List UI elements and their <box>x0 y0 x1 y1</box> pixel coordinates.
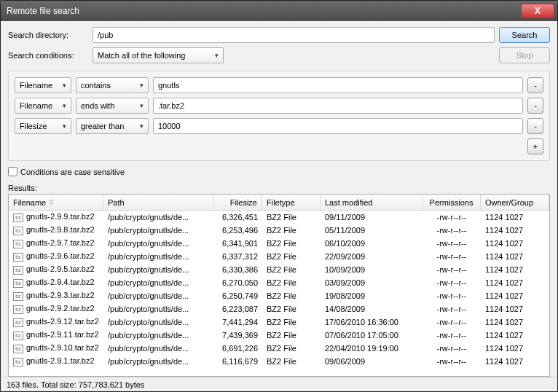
table-row[interactable]: bzgnutls-2.9.2.tar.bz2/pub/crypto/gnutls… <box>9 302 549 315</box>
case-sensitive-label: Conditions are case sensitive <box>20 168 125 176</box>
condition-value-input[interactable] <box>153 77 523 93</box>
cell-filesize: 6,116,679 <box>214 356 262 366</box>
cell-filetype: BZ2 File <box>262 304 321 314</box>
cell-owner-group: 1124 1027 <box>481 356 549 366</box>
remove-condition-button[interactable]: - <box>527 98 543 114</box>
cell-path: /pub/crypto/gnutls/de... <box>103 304 214 314</box>
cell-last-modified: 09/06/2009 <box>321 356 423 366</box>
conditions-row: Search conditions: Match all of the foll… <box>8 47 550 63</box>
cell-path: /pub/crypto/gnutls/de... <box>103 291 214 301</box>
condition-value-input[interactable] <box>153 98 523 114</box>
cell-permissions: -rw-r--r-- <box>423 317 481 327</box>
table-row[interactable]: bzgnutls-2.9.8.tar.bz2/pub/crypto/gnutls… <box>9 224 549 237</box>
col-last-modified[interactable]: Last modified <box>321 195 423 210</box>
results-label: Results: <box>8 184 550 192</box>
cell-filename: bzgnutls-2.9.8.tar.bz2 <box>9 224 103 236</box>
table-row[interactable]: bzgnutls-2.9.7.tar.bz2/pub/crypto/gnutls… <box>9 237 549 250</box>
remove-condition-button[interactable]: - <box>527 118 543 134</box>
cell-owner-group: 1124 1027 <box>481 330 549 340</box>
cell-owner-group: 1124 1027 <box>481 291 549 301</box>
close-button[interactable]: X <box>521 4 554 18</box>
file-icon: bz <box>13 213 23 222</box>
directory-row: Search directory: Search <box>8 27 550 43</box>
cell-filesize: 6,270,050 <box>214 278 262 288</box>
file-icon: bz <box>13 279 23 288</box>
cell-permissions: -rw-r--r-- <box>423 330 481 340</box>
add-condition-button[interactable]: + <box>527 138 543 154</box>
cell-filetype: BZ2 File <box>262 330 321 340</box>
cell-last-modified: 03/09/2009 <box>321 278 423 288</box>
file-icon: bz <box>13 318 23 327</box>
col-owner-group[interactable]: Owner/Group <box>481 195 549 210</box>
condition-row: Filenameends with- <box>15 98 543 114</box>
cell-permissions: -rw-r--r-- <box>423 304 481 314</box>
condition-op-dropdown[interactable]: greater than <box>76 118 149 134</box>
table-row[interactable]: bzgnutls-2.9.5.tar.bz2/pub/crypto/gnutls… <box>9 263 549 276</box>
stop-button[interactable]: Stop <box>499 47 550 63</box>
condition-field-dropdown[interactable]: Filesize <box>15 118 71 134</box>
cell-permissions: -rw-r--r-- <box>423 238 481 248</box>
cell-permissions: -rw-r--r-- <box>423 264 481 275</box>
table-row[interactable]: bzgnutls-2.9.6.tar.bz2/pub/crypto/gnutls… <box>9 250 549 263</box>
table-row[interactable]: bzgnutls-2.9.1.tar.bz2/pub/crypto/gnutls… <box>9 355 549 368</box>
match-mode-dropdown[interactable]: Match all of the following <box>93 47 224 63</box>
condition-field-dropdown[interactable]: Filename <box>15 98 71 114</box>
cell-filetype: BZ2 File <box>262 356 321 366</box>
col-permissions[interactable]: Permissions <box>423 195 481 210</box>
condition-op-dropdown[interactable]: contains <box>76 77 149 93</box>
cell-filesize: 6,691,226 <box>214 343 262 353</box>
condition-field-dropdown[interactable]: Filename <box>15 77 71 93</box>
cell-last-modified: 09/11/2009 <box>321 212 423 222</box>
col-filesize[interactable]: Filesize <box>214 195 262 210</box>
cell-last-modified: 22/04/2010 19:19:00 <box>321 343 423 353</box>
cell-last-modified: 14/08/2009 <box>321 304 423 314</box>
table-row[interactable]: bzgnutls-2.9.10.tar.bz2/pub/crypto/gnutl… <box>9 342 549 355</box>
grid-body[interactable]: bzgnutls-2.9.9.tar.bz2/pub/crypto/gnutls… <box>9 211 549 376</box>
cell-filesize: 6,341,901 <box>214 238 262 248</box>
search-directory-input[interactable] <box>93 27 495 43</box>
search-button[interactable]: Search <box>499 27 550 43</box>
cell-filesize: 6,250,749 <box>214 291 262 301</box>
table-row[interactable]: bzgnutls-2.9.12.tar.bz2/pub/crypto/gnutl… <box>9 315 549 329</box>
cell-owner-group: 1124 1027 <box>481 251 549 262</box>
table-row[interactable]: bzgnutls-2.9.11.tar.bz2/pub/crypto/gnutl… <box>9 329 549 342</box>
condition-row: Filenamecontains- <box>15 77 543 93</box>
cell-filename: bzgnutls-2.9.2.tar.bz2 <box>9 303 103 315</box>
cell-filesize: 7,439,369 <box>214 330 262 340</box>
dialog-body: Search directory: Search Search conditio… <box>1 21 557 377</box>
cell-owner-group: 1124 1027 <box>481 278 549 288</box>
case-sensitive-checkbox[interactable] <box>8 167 17 176</box>
cell-last-modified: 10/09/2009 <box>321 264 423 275</box>
cell-filetype: BZ2 File <box>262 291 321 301</box>
cell-filetype: BZ2 File <box>262 343 321 353</box>
col-filetype[interactable]: Filetype <box>262 195 321 210</box>
cell-filename: bzgnutls-2.9.4.tar.bz2 <box>9 277 103 289</box>
col-filename[interactable]: Filename▽ <box>9 195 103 210</box>
remove-condition-button[interactable]: - <box>527 77 543 93</box>
conditions-box: Filenamecontains-Filenameends with-Files… <box>8 71 550 161</box>
cell-filesize: 6,326,451 <box>214 212 262 222</box>
table-row[interactable]: bzgnutls-2.9.3.tar.bz2/pub/crypto/gnutls… <box>9 289 549 302</box>
window-title: Remote file search <box>7 6 521 16</box>
cell-filename: bzgnutls-2.9.1.tar.bz2 <box>9 356 103 367</box>
col-path[interactable]: Path <box>103 195 214 210</box>
file-icon: bz <box>13 227 23 235</box>
table-row[interactable]: bzgnutls-2.9.4.tar.bz2/pub/crypto/gnutls… <box>9 276 549 289</box>
cell-last-modified: 17/06/2010 16:36:00 <box>321 317 423 327</box>
cell-filename: bzgnutls-2.9.6.tar.bz2 <box>9 251 103 262</box>
titlebar[interactable]: Remote file search X <box>1 1 557 21</box>
condition-value-input[interactable] <box>153 118 523 134</box>
file-icon: bz <box>13 240 23 248</box>
cell-filename: bzgnutls-2.9.5.tar.bz2 <box>9 264 103 275</box>
table-row[interactable]: bzgnutls-2.9.9.tar.bz2/pub/crypto/gnutls… <box>9 211 549 224</box>
window: Remote file search X Search directory: S… <box>0 0 558 392</box>
cell-path: /pub/crypto/gnutls/de... <box>103 317 214 327</box>
results-grid: Filename▽ Path Filesize Filetype Last mo… <box>8 194 550 377</box>
search-directory-label: Search directory: <box>8 31 88 39</box>
cell-filename: bzgnutls-2.9.3.tar.bz2 <box>9 290 103 302</box>
file-icon: bz <box>13 345 23 353</box>
cell-filetype: BZ2 File <box>262 225 321 235</box>
condition-op-dropdown[interactable]: ends with <box>76 98 149 114</box>
cell-path: /pub/crypto/gnutls/de... <box>103 238 214 248</box>
cell-path: /pub/crypto/gnutls/de... <box>103 356 214 366</box>
